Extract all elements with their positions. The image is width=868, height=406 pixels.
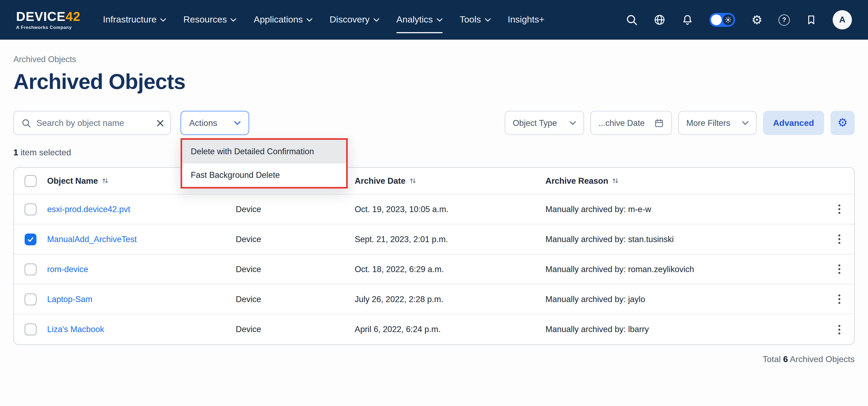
theme-toggle[interactable]: [710, 13, 735, 27]
nav-item-analytics[interactable]: Analytics: [397, 14, 442, 25]
object-type-cell: Device: [236, 234, 355, 244]
bookmark-icon[interactable]: [806, 14, 816, 25]
chevron-down-icon: [160, 18, 166, 22]
archive-reason-cell: Manually archived by: stan.tusinski: [546, 234, 824, 244]
brand-name-accent: 42: [66, 9, 81, 24]
search-icon[interactable]: [626, 14, 638, 26]
total-suffix: Archived Objects: [788, 354, 855, 364]
row-checkbox[interactable]: [25, 203, 36, 215]
object-name-link[interactable]: esxi-prod.device42.pvt: [47, 204, 130, 213]
object-type-cell: Device: [236, 294, 355, 304]
more-filters-button[interactable]: More Filters: [678, 111, 756, 135]
nav-item-discovery[interactable]: Discovery: [330, 14, 379, 25]
column-label: Archive Reason: [546, 176, 608, 186]
nav-item-infrastructure[interactable]: Infrastructure: [103, 14, 166, 25]
row-checkbox[interactable]: [25, 323, 36, 335]
selection-count: 1: [13, 148, 18, 157]
top-navbar: DEVICE42 A Freshworks Company Infrastruc…: [0, 0, 868, 40]
chevron-down-icon: [373, 18, 379, 22]
nav-item-applications[interactable]: Applications: [254, 14, 312, 25]
gear-icon: ⚙: [837, 117, 848, 129]
notifications-bell-icon[interactable]: [682, 14, 693, 26]
column-label: Object Name: [47, 176, 98, 186]
archive-date-filter[interactable]: ...chive Date: [590, 111, 672, 135]
table-row: Laptop-Sam Device July 26, 2022, 2:28 p.…: [14, 284, 854, 314]
object-name-link[interactable]: rom-device: [47, 264, 88, 274]
actions-label: Actions: [189, 118, 217, 128]
column-header-archive-date[interactable]: Archive Date: [355, 176, 546, 186]
chevron-down-icon: [485, 18, 491, 22]
search-magnifier-icon: [22, 118, 31, 128]
column-label: Archive Date: [355, 176, 406, 186]
archive-date-cell: April 6, 2022, 6:24 p.m.: [355, 324, 546, 334]
nav-item-insights[interactable]: Insights+: [508, 14, 545, 25]
toolbar: Actions Delete with Detailed Confirmatio…: [13, 111, 855, 135]
row-checkbox[interactable]: [25, 263, 36, 275]
menu-item-fast-background-delete[interactable]: Fast Background Delete: [182, 163, 346, 187]
nav-item-resources[interactable]: Resources: [183, 14, 237, 25]
sun-icon: [723, 14, 734, 25]
search-input[interactable]: [36, 118, 151, 128]
row-menu-kebab-icon[interactable]: [836, 232, 842, 246]
archive-reason-cell: Manually archived by: roman.zeylikovich: [546, 264, 824, 274]
table-header-row: Object Name Object Type Archive Date Arc…: [14, 168, 854, 194]
chevron-down-icon: [742, 121, 748, 125]
menu-item-delete-detailed-confirmation[interactable]: Delete with Detailed Confirmation: [182, 140, 346, 163]
help-icon[interactable]: ?: [778, 14, 790, 26]
globe-icon[interactable]: [654, 14, 666, 26]
page-title: Archived Objects: [13, 70, 855, 94]
main-nav: Infrastructure Resources Applications Di…: [103, 14, 545, 25]
table-row: Liza's Macbook Device April 6, 2022, 6:2…: [14, 314, 854, 344]
selection-status: 1 item selected: [13, 148, 855, 157]
sort-icon: [409, 177, 416, 184]
nav-item-label: Resources: [183, 14, 227, 25]
nav-item-label: Applications: [254, 14, 303, 25]
row-menu-kebab-icon[interactable]: [836, 202, 842, 216]
page-content: Archived Objects Archived Objects Action…: [0, 55, 868, 364]
navbar-actions: ⚙ ? A: [626, 10, 852, 29]
row-checkbox[interactable]: [25, 233, 36, 245]
select-all-checkbox[interactable]: [25, 175, 36, 187]
sort-icon: [102, 177, 109, 184]
object-search-box: [13, 111, 171, 135]
archive-date-cell: July 26, 2022, 2:28 p.m.: [355, 294, 546, 304]
user-avatar[interactable]: A: [833, 10, 852, 29]
filter-group: Object Type ...chive Date More Filters: [505, 111, 855, 135]
table-row: ManualAdd_ArchiveTest Device Sept. 21, 2…: [14, 224, 854, 254]
object-name-link[interactable]: ManualAdd_ArchiveTest: [47, 234, 136, 244]
archive-reason-cell: Manually archived by: m-e-w: [546, 204, 824, 214]
settings-gear-icon[interactable]: ⚙: [751, 14, 763, 26]
clear-search-icon[interactable]: [156, 119, 164, 127]
actions-dropdown: Actions Delete with Detailed Confirmatio…: [181, 111, 249, 135]
actions-menu: Delete with Detailed Confirmation Fast B…: [181, 138, 348, 189]
brand-logo[interactable]: DEVICE42 A Freshworks Company: [16, 10, 81, 30]
row-menu-kebab-icon[interactable]: [836, 262, 842, 276]
object-type-cell: Device: [236, 264, 355, 274]
archive-date-cell: Sept. 21, 2023, 2:01 p.m.: [355, 234, 546, 244]
object-type-filter-label: Object Type: [513, 118, 557, 128]
archive-reason-cell: Manually archived by: jaylo: [546, 294, 824, 304]
object-type-cell: Device: [236, 324, 355, 334]
row-menu-kebab-icon[interactable]: [836, 322, 842, 337]
advanced-button[interactable]: Advanced: [763, 111, 824, 135]
brand-tagline: A Freshworks Company: [16, 25, 81, 30]
archive-reason-cell: Manually archived by: lbarry: [546, 324, 824, 334]
calendar-icon: [654, 118, 664, 128]
actions-button[interactable]: Actions: [181, 111, 249, 135]
chevron-down-icon: [231, 18, 237, 22]
chevron-down-icon: [307, 18, 312, 22]
table-row: rom-device Device Oct. 18, 2022, 6:29 a.…: [14, 254, 854, 284]
object-name-link[interactable]: Liza's Macbook: [47, 324, 104, 334]
object-name-link[interactable]: Laptop-Sam: [47, 294, 92, 304]
archived-objects-table: Object Name Object Type Archive Date Arc…: [13, 167, 855, 345]
row-checkbox[interactable]: [25, 293, 36, 305]
nav-item-tools[interactable]: Tools: [460, 14, 491, 25]
table-settings-button[interactable]: ⚙: [831, 111, 855, 135]
object-type-filter[interactable]: Object Type: [505, 111, 584, 135]
row-menu-kebab-icon[interactable]: [836, 292, 842, 306]
table-row: esxi-prod.device42.pvt Device Oct. 19, 2…: [14, 194, 854, 224]
chevron-down-icon: [437, 18, 442, 22]
nav-item-label: Insights+: [508, 14, 545, 25]
column-header-archive-reason[interactable]: Archive Reason: [546, 176, 824, 186]
archive-date-filter-label: ...chive Date: [598, 118, 645, 128]
